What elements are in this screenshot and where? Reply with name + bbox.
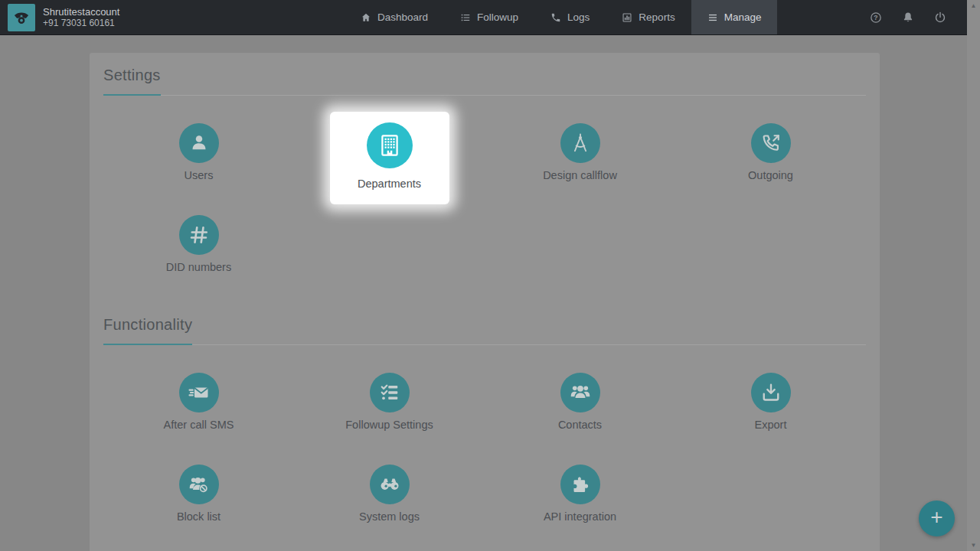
tile-did-numbers[interactable]: DID numbers — [134, 215, 264, 275]
binoculars-icon — [370, 465, 410, 504]
nav-label: Followup — [477, 11, 518, 23]
compass-icon — [560, 123, 600, 163]
section-header: Functionality — [103, 316, 866, 345]
tile-label: DID numbers — [134, 261, 264, 273]
tile-label: API integration — [515, 510, 645, 523]
tile-users[interactable]: Users — [134, 123, 264, 183]
nav-item-followup[interactable]: Followup — [444, 0, 534, 34]
phone-icon — [550, 12, 561, 23]
contacts-icon — [560, 373, 600, 412]
scroll-down-icon[interactable]: ▼ — [967, 542, 980, 549]
tile-label: Design callflow — [515, 169, 645, 181]
nav-label: Reports — [639, 11, 675, 23]
tile-label: Contacts — [515, 419, 645, 431]
tile-label: Export — [706, 419, 836, 431]
nav-label: Manage — [724, 11, 762, 23]
account-brand[interactable]: Shrutitestaccount +91 73031 60161 — [0, 4, 230, 31]
nav-label: Logs — [567, 11, 590, 23]
checklist-icon — [370, 373, 410, 412]
scroll-up-icon[interactable]: ▲ — [967, 2, 980, 9]
power-icon[interactable] — [933, 11, 947, 24]
tile-block-list[interactable]: Block list — [134, 465, 264, 524]
blocked-users-icon — [179, 465, 219, 504]
tile-label: Departments — [325, 178, 455, 190]
download-icon — [751, 373, 791, 412]
tile-label: System logs — [325, 510, 455, 523]
tile-contacts[interactable]: Contacts — [515, 373, 645, 432]
nav-label: Dashboard — [377, 11, 428, 23]
tile-grid: After call SMSFollowup SettingsContactsE… — [103, 373, 866, 524]
section-header: Settings — [103, 67, 866, 96]
tile-api-integration[interactable]: API integration — [515, 465, 645, 524]
nav-item-reports[interactable]: Reports — [606, 0, 691, 34]
nav-item-logs[interactable]: Logs — [534, 0, 606, 34]
tile-outgoing[interactable]: Outgoing — [706, 123, 836, 183]
tile-grid: UsersDepartmentsDesign callflowOutgoingD… — [103, 123, 866, 275]
account-name: Shrutitestaccount — [43, 6, 119, 18]
list-icon — [460, 12, 471, 23]
manage-panel: SettingsUsersDepartmentsDesign callflowO… — [90, 53, 880, 551]
app-logo-icon — [8, 4, 35, 31]
tile-design-callflow[interactable]: Design callflow — [515, 123, 645, 183]
help-icon[interactable]: ? — [869, 11, 883, 24]
tile-export[interactable]: Export — [706, 373, 836, 432]
top-navbar: Shrutitestaccount +91 73031 60161 Dashbo… — [0, 0, 967, 35]
tile-label: Block list — [134, 510, 264, 523]
user-icon — [179, 123, 219, 163]
sms-icon — [179, 373, 219, 412]
tile-system-logs[interactable]: System logs — [325, 465, 455, 524]
section-title: Functionality — [103, 316, 192, 345]
building-icon — [367, 122, 413, 168]
outgoing-call-icon — [751, 123, 791, 163]
nav-item-manage[interactable]: Manage — [691, 0, 778, 34]
menu-icon — [707, 12, 718, 23]
home-icon — [361, 12, 371, 23]
tile-label: Outgoing — [706, 169, 836, 181]
bell-icon[interactable] — [901, 11, 915, 24]
section-title: Settings — [103, 67, 161, 96]
tile-followup-settings[interactable]: Followup Settings — [325, 373, 455, 432]
account-phone: +91 73031 60161 — [43, 18, 119, 29]
hash-icon — [179, 215, 219, 255]
tile-label: Followup Settings — [325, 419, 455, 431]
add-button[interactable]: + — [919, 500, 955, 536]
tile-label: Users — [134, 169, 264, 181]
tile-departments[interactable]: Departments — [325, 123, 455, 183]
nav-item-dashboard[interactable]: Dashboard — [345, 0, 444, 34]
tile-after-call-sms[interactable]: After call SMS — [134, 373, 264, 432]
tile-label: After call SMS — [134, 419, 264, 431]
scrollbar[interactable]: ▲ ▼ — [967, 0, 980, 551]
section-settings: SettingsUsersDepartmentsDesign callflowO… — [103, 53, 866, 275]
svg-text:?: ? — [874, 14, 877, 21]
navbar-actions: ? — [869, 11, 967, 24]
section-functionality: FunctionalityAfter call SMSFollowup Sett… — [103, 302, 866, 524]
bar-chart-icon — [622, 12, 632, 23]
puzzle-icon — [560, 465, 600, 504]
main-nav: Dashboard Followup Logs Reports Manage — [345, 0, 777, 34]
